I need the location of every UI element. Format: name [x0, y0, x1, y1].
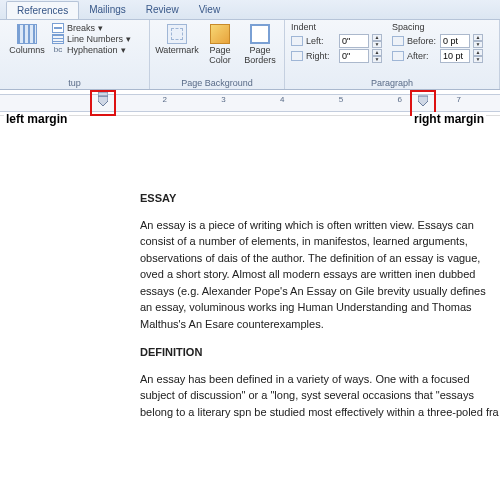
- ruler-tick: 3: [221, 95, 225, 104]
- tab-view[interactable]: View: [189, 1, 231, 18]
- indent-right-input[interactable]: [339, 49, 369, 63]
- hyphenation-icon: bc: [52, 45, 64, 55]
- group-page-background: Watermark Page Color Page Borders Page B…: [150, 20, 285, 89]
- breaks-label: Breaks: [67, 23, 95, 33]
- tab-references[interactable]: References: [6, 1, 79, 19]
- breaks-button[interactable]: Breaks ▾: [52, 23, 131, 33]
- indent-right-spinner[interactable]: ▲▼: [372, 49, 382, 63]
- group-label-setup: tup: [6, 78, 143, 89]
- indent-left-row: Left: ▲▼: [291, 34, 382, 48]
- spacing-before-icon: [392, 36, 404, 46]
- spacing-before-spinner[interactable]: ▲▼: [473, 34, 483, 48]
- ruler-tick: 7: [456, 95, 460, 104]
- hyphenation-button[interactable]: bcHyphenation ▾: [52, 45, 131, 55]
- group-label-page-background: Page Background: [156, 78, 278, 89]
- page-borders-button[interactable]: Page Borders: [242, 22, 278, 66]
- watermark-icon: [167, 24, 187, 44]
- page-borders-icon: [250, 24, 270, 44]
- watermark-button[interactable]: Watermark: [156, 22, 198, 56]
- tab-review[interactable]: Review: [136, 1, 189, 18]
- ribbon-tabs: References Mailings Review View: [0, 0, 500, 20]
- line-numbers-label: Line Numbers: [67, 34, 123, 44]
- group-page-setup: Columns Breaks ▾ Line Numbers ▾ bcHyphen…: [0, 20, 150, 89]
- indent-right-icon: [291, 51, 303, 61]
- page-borders-label: Page Borders: [242, 46, 278, 66]
- columns-label: Columns: [9, 46, 45, 56]
- page-color-button[interactable]: Page Color: [202, 22, 238, 66]
- ruler-tick: 5: [339, 95, 343, 104]
- spacing-after-input[interactable]: [440, 49, 470, 63]
- columns-button[interactable]: Columns: [6, 22, 48, 56]
- indent-left-input[interactable]: [339, 34, 369, 48]
- spacing-after-spinner[interactable]: ▲▼: [473, 49, 483, 63]
- group-paragraph: Indent Left: ▲▼ Right: ▲▼ Spacing: [285, 20, 500, 89]
- page-color-icon: [210, 24, 230, 44]
- paragraph-essay: An essay is a piece of writing which is …: [140, 217, 500, 333]
- document-page: ESSAY An essay is a piece of writing whi…: [140, 190, 500, 432]
- indent-right-row: Right: ▲▼: [291, 49, 382, 63]
- watermark-label: Watermark: [155, 46, 199, 56]
- page-color-label: Page Color: [202, 46, 238, 66]
- spacing-after-icon: [392, 51, 404, 61]
- ruler-tick: 4: [280, 95, 284, 104]
- hyphenation-label: Hyphenation: [67, 45, 118, 55]
- ruler-tick: 2: [162, 95, 166, 104]
- ruler-area: 1 2 3 4 5 6 7 left margin right margin: [0, 90, 500, 116]
- indent-right-label: Right:: [306, 51, 336, 61]
- spacing-after-label: After:: [407, 51, 437, 61]
- right-margin-label: right margin: [412, 112, 486, 126]
- indent-left-icon: [291, 36, 303, 46]
- left-margin-label: left margin: [4, 112, 69, 126]
- breaks-icon: [52, 23, 64, 33]
- indent-left-label: Left:: [306, 36, 336, 46]
- group-label-paragraph: Paragraph: [291, 78, 493, 89]
- heading-definition: DEFINITION: [140, 344, 500, 361]
- ruler-tick: 6: [398, 95, 402, 104]
- tab-mailings[interactable]: Mailings: [79, 1, 136, 18]
- line-numbers-icon: [52, 34, 64, 44]
- indent-left-spinner[interactable]: ▲▼: [372, 34, 382, 48]
- spacing-before-input[interactable]: [440, 34, 470, 48]
- ribbon: Columns Breaks ▾ Line Numbers ▾ bcHyphen…: [0, 20, 500, 90]
- line-numbers-button[interactable]: Line Numbers ▾: [52, 34, 131, 44]
- indent-title: Indent: [291, 22, 382, 32]
- spacing-before-label: Before:: [407, 36, 437, 46]
- heading-essay: ESSAY: [140, 190, 500, 207]
- spacing-after-row: After: ▲▼: [392, 49, 483, 63]
- spacing-before-row: Before: ▲▼: [392, 34, 483, 48]
- columns-icon: [17, 24, 37, 44]
- left-margin-highlight: [90, 90, 116, 116]
- spacing-title: Spacing: [392, 22, 483, 32]
- paragraph-definition: An essay has been defined in a variety o…: [140, 371, 500, 421]
